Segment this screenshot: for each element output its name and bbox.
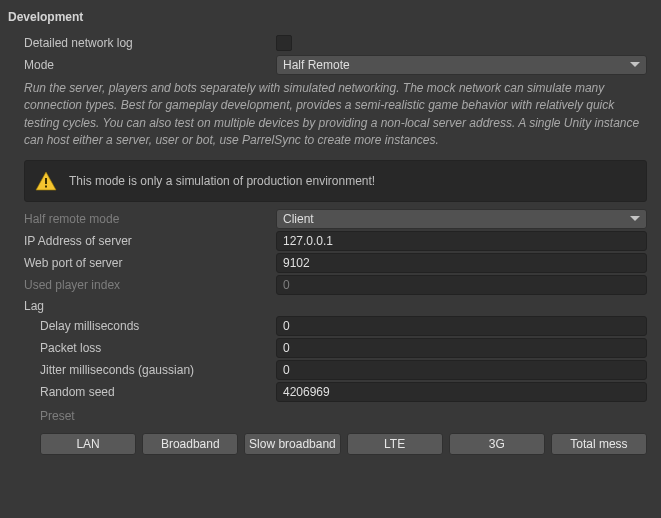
mode-row: Mode Half Remote (0, 54, 661, 76)
preset-slow-broadband-button[interactable]: Slow broadband (244, 433, 340, 455)
webport-label: Web port of server (24, 256, 276, 270)
jitter-input[interactable] (276, 360, 647, 380)
delay-input[interactable] (276, 316, 647, 336)
packet-loss-label: Packet loss (40, 341, 276, 355)
packet-loss-row: Packet loss (0, 337, 661, 359)
webport-input[interactable] (276, 253, 647, 273)
half-remote-mode-label: Half remote mode (24, 212, 276, 226)
chevron-down-icon (630, 62, 640, 68)
jitter-label: Jitter milliseconds (gaussian) (40, 363, 276, 377)
half-remote-mode-value: Client (283, 212, 314, 226)
half-remote-mode-dropdown[interactable]: Client (276, 209, 647, 229)
webport-row: Web port of server (0, 252, 661, 274)
ip-label: IP Address of server (24, 234, 276, 248)
seed-input[interactable] (276, 382, 647, 402)
warning-icon (35, 171, 57, 191)
delay-label: Delay milliseconds (40, 319, 276, 333)
used-player-row: Used player index (0, 274, 661, 296)
used-player-label: Used player index (24, 278, 276, 292)
warning-text: This mode is only a simulation of produc… (69, 174, 375, 188)
used-player-input (276, 275, 647, 295)
detailed-network-log-label: Detailed network log (24, 36, 276, 50)
preset-buttons: LAN Broadband Slow broadband LTE 3G Tota… (0, 431, 661, 457)
detailed-network-log-row: Detailed network log (0, 32, 661, 54)
preset-total-mess-button[interactable]: Total mess (551, 433, 647, 455)
preset-lte-button[interactable]: LTE (347, 433, 443, 455)
section-title: Development (0, 6, 661, 32)
mode-label: Mode (24, 58, 276, 72)
seed-row: Random seed (0, 381, 661, 403)
seed-label: Random seed (40, 385, 276, 399)
preset-lan-button[interactable]: LAN (40, 433, 136, 455)
mode-dropdown-value: Half Remote (283, 58, 350, 72)
mode-description: Run the server, players and bots separat… (0, 76, 661, 158)
preset-3g-button[interactable]: 3G (449, 433, 545, 455)
preset-label: Preset (0, 405, 661, 427)
preset-broadband-button[interactable]: Broadband (142, 433, 238, 455)
jitter-row: Jitter milliseconds (gaussian) (0, 359, 661, 381)
packet-loss-input[interactable] (276, 338, 647, 358)
svg-rect-1 (45, 185, 47, 187)
ip-row: IP Address of server (0, 230, 661, 252)
detailed-network-log-checkbox[interactable] (276, 35, 292, 51)
warning-box: This mode is only a simulation of produc… (24, 160, 647, 202)
chevron-down-icon (630, 216, 640, 222)
svg-rect-0 (45, 178, 47, 184)
mode-dropdown[interactable]: Half Remote (276, 55, 647, 75)
ip-input[interactable] (276, 231, 647, 251)
lag-label: Lag (0, 296, 661, 315)
half-remote-mode-row: Half remote mode Client (0, 208, 661, 230)
delay-row: Delay milliseconds (0, 315, 661, 337)
